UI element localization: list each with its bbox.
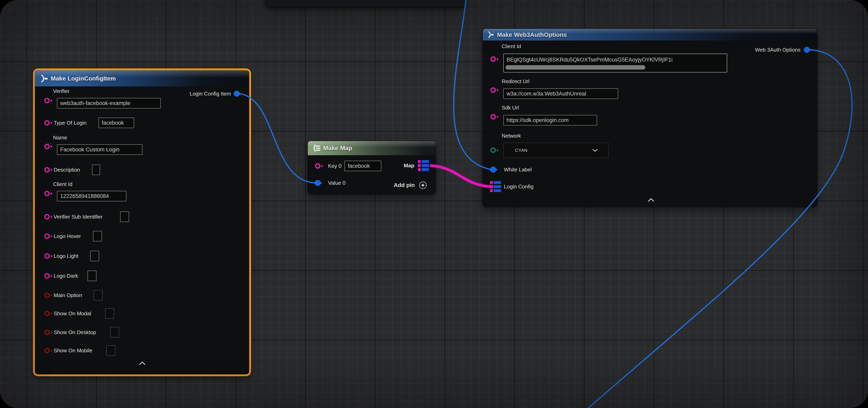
pin-label-show-on-modal: Show On Modal (54, 310, 91, 317)
input-pin-white-label[interactable] (490, 167, 496, 173)
output-pin-login-config-item[interactable] (234, 91, 240, 97)
node-title: Make Web3AuthOptions (497, 31, 567, 38)
client-id-scrollbar[interactable] (505, 65, 645, 70)
name-field[interactable]: Facebook Custom Login (57, 144, 143, 155)
key-0-field[interactable]: facebook (344, 161, 381, 171)
pin-label-verifier-sub-identifier: Verifier Sub Identifier (54, 214, 102, 220)
pin-label-white-label: White Label (504, 167, 532, 173)
type-of-login-field[interactable]: facebook (98, 117, 134, 128)
make-struct-icon (487, 31, 495, 39)
client-id-textarea[interactable]: BEglQSgt4cUWcj6SKRdu5QkOXTsePmMcusG5EAoy… (503, 54, 727, 72)
sdk-url-field[interactable]: https://sdk.openlogin.com (503, 115, 597, 126)
logo-hover-field[interactable] (93, 231, 102, 241)
logo-dark-field[interactable] (88, 271, 96, 281)
node-make-web3authoptions[interactable]: Make Web3AuthOptions Web 3Auth Options C… (483, 29, 817, 207)
output-pin-map[interactable] (418, 160, 429, 171)
pin-label-logo-hover: Logo Hover (54, 233, 81, 239)
pin-label-logo-light: Logo Light (54, 253, 78, 259)
pin-label-client-id: Client Id (502, 43, 521, 49)
node-title: Make LoginConfigItem (51, 75, 116, 82)
input-pin-network[interactable] (491, 147, 496, 153)
graph-canvas[interactable]: Make LoginConfigItem Login Config Item V… (0, 0, 868, 408)
output-pin-web3auth-options[interactable] (804, 47, 810, 53)
pin-label-type-of-login: Type Of Login (54, 120, 87, 126)
pin-label-sdk-url: Sdk Url (502, 105, 519, 111)
add-pin-plus-icon[interactable] (418, 181, 427, 191)
client-id-field[interactable]: 1222658941886084 (57, 191, 126, 201)
pin-label-logo-dark: Logo Dark (54, 273, 78, 279)
description-field[interactable] (92, 165, 100, 175)
input-pin-show-on-mobile[interactable] (44, 348, 50, 353)
input-pin-name[interactable] (44, 144, 50, 149)
pin-label-main-option: Main Option (54, 292, 82, 299)
input-pin-show-on-modal[interactable] (44, 311, 50, 316)
node-header[interactable]: Make Map (308, 141, 436, 155)
chevron-down-icon (592, 148, 598, 154)
input-pin-value-0[interactable] (315, 180, 321, 186)
input-pin-login-config[interactable] (490, 181, 501, 192)
input-pin-main-option[interactable] (44, 293, 50, 298)
show-on-desktop-checkbox[interactable] (110, 327, 119, 338)
node-header[interactable]: Make LoginConfigItem (35, 70, 249, 87)
pin-label-name: Name (53, 135, 67, 141)
make-struct-icon (40, 74, 49, 83)
input-pin-verifier[interactable] (44, 98, 50, 103)
input-pin-logo-light[interactable] (44, 253, 50, 259)
pin-label-web3auth-options: Web 3Auth Options (755, 47, 801, 53)
logo-light-field[interactable] (90, 251, 99, 261)
pin-label-key-0: Key 0 (328, 163, 342, 169)
collapse-chevron-icon[interactable] (139, 361, 146, 366)
input-pin-type-of-login[interactable] (44, 120, 50, 126)
input-pin-show-on-desktop[interactable] (44, 330, 50, 335)
input-pin-redirect-url[interactable] (491, 88, 496, 93)
pin-label-verifier: Verifier (53, 88, 69, 94)
show-on-mobile-checkbox[interactable] (106, 345, 115, 356)
input-pin-description[interactable] (44, 167, 50, 173)
node-title: Make Map (323, 145, 352, 151)
blueprint-editor: Make LoginConfigItem Login Config Item V… (0, 0, 868, 408)
pin-label-value-0: Value 0 (328, 180, 345, 186)
collapse-chevron-icon[interactable] (648, 198, 654, 203)
pin-label-description: Description (54, 167, 80, 173)
network-dropdown[interactable]: CYAN (503, 143, 609, 158)
pin-label-login-config-item: Login Config Item (190, 91, 231, 97)
node-header[interactable]: Make Web3AuthOptions (483, 29, 817, 40)
redirect-url-field[interactable]: w3a://com.w3a.Web3AuthUnreal (503, 89, 618, 99)
input-pin-client-id[interactable] (491, 57, 496, 62)
make-map-icon (313, 144, 321, 153)
pin-label-login-config: Login Config (504, 183, 533, 190)
pin-label-redirect-url: Redirect Url (502, 78, 529, 84)
show-on-modal-checkbox[interactable] (105, 308, 114, 319)
pin-label-network: Network (502, 133, 521, 139)
input-pin-logo-hover[interactable] (44, 234, 50, 239)
pin-label-show-on-desktop: Show On Desktop (54, 329, 96, 336)
main-option-checkbox[interactable] (94, 290, 102, 301)
input-pin-sdk-url[interactable] (491, 114, 496, 120)
network-dropdown-value: CYAN (515, 148, 528, 153)
node-make-map[interactable]: Make Map Key 0 facebook Map Value 0 Add … (308, 141, 436, 194)
input-pin-client-id[interactable] (44, 191, 50, 196)
input-pin-key-0[interactable] (315, 163, 320, 169)
verifier-sub-identifier-field[interactable] (120, 211, 129, 222)
input-pin-logo-dark[interactable] (44, 273, 50, 279)
node-make-loginconfigitem[interactable]: Make LoginConfigItem Login Config Item V… (35, 70, 249, 374)
pin-label-client-id: Client Id (53, 181, 72, 188)
offscreen-node-partial[interactable] (266, 0, 465, 7)
verifier-field[interactable]: web3auth-facebook-example (57, 98, 161, 108)
pin-label-map: Map (404, 163, 414, 169)
pin-label-show-on-mobile: Show On Mobile (54, 347, 92, 354)
input-pin-verifier-sub-identifier[interactable] (44, 214, 50, 219)
add-pin-button[interactable]: Add pin (394, 182, 415, 189)
